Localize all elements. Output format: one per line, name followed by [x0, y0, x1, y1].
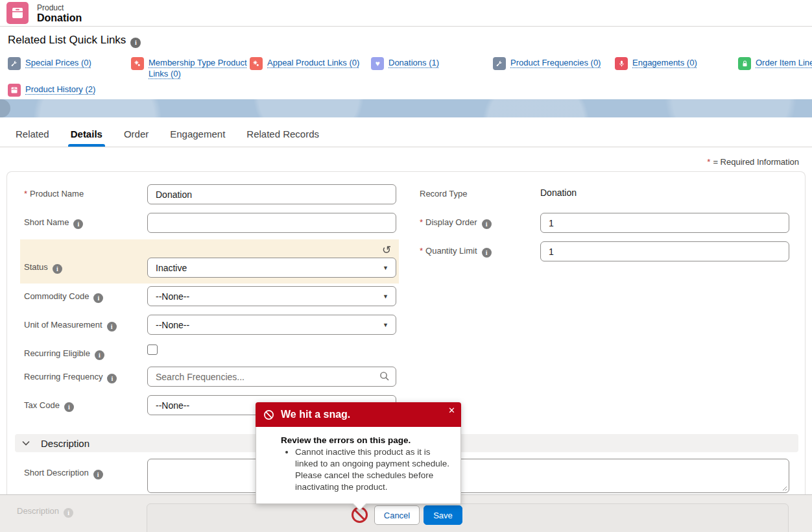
product-icon	[6, 2, 29, 24]
caret-down-icon	[383, 293, 388, 300]
unit-of-measurement-select[interactable]: --None--	[147, 315, 396, 335]
info-icon[interactable]	[95, 350, 104, 360]
appeal-product-links-link[interactable]: Appeal Product Links (0)	[267, 57, 359, 68]
commodity-code-label: Commodity Code	[24, 291, 103, 303]
product-frequencies-link[interactable]: Product Frequencies (0)	[510, 57, 601, 68]
entity-label: Product	[37, 3, 64, 12]
info-icon[interactable]	[53, 264, 62, 274]
record-tabs: Related Details Order Engagement Related…	[0, 121, 812, 147]
donations-link[interactable]: Donations (1)	[388, 57, 439, 68]
box-icon	[8, 84, 21, 97]
status-label: Status	[24, 262, 62, 274]
tab-order[interactable]: Order	[124, 121, 149, 147]
ban-icon	[263, 409, 274, 420]
short-name-input[interactable]	[147, 213, 396, 233]
unit-of-measurement-label: Unit of Measurement	[24, 320, 117, 332]
recurring-frequency-lookup	[147, 367, 396, 387]
error-popover-header: We hit a snag.	[256, 402, 461, 427]
quantity-limit-label: *Quantity Limit	[420, 246, 492, 258]
magnifier-icon[interactable]	[379, 371, 390, 384]
info-icon[interactable]	[73, 219, 83, 229]
resize-handle[interactable]	[781, 485, 787, 490]
display-order-label: *Display Order	[420, 217, 492, 229]
short-name-label: Short Name	[24, 217, 83, 229]
mic-icon	[615, 57, 628, 70]
engagements-link[interactable]: Engagements (0)	[632, 57, 697, 68]
save-button[interactable]: Save	[424, 505, 462, 525]
order-item-lines-link[interactable]: Order Item Lines	[756, 57, 812, 68]
info-icon[interactable]	[107, 322, 117, 332]
heart-icon: ♥	[371, 57, 384, 70]
band-left-cap	[0, 99, 10, 117]
decorative-band	[0, 99, 812, 117]
required-information-note: *= Required Information	[707, 157, 799, 167]
record-type-label: Record Type	[420, 189, 467, 199]
recurring-frequency-search-input[interactable]	[147, 367, 396, 387]
info-icon[interactable]	[130, 38, 141, 48]
special-prices-link[interactable]: Special Prices (0)	[25, 57, 91, 68]
product-name-label: *Product Name	[24, 189, 84, 199]
gears-icon	[250, 57, 263, 70]
quick-link-appeal-product: Appeal Product Links (0)	[250, 57, 359, 70]
cancel-button[interactable]: Cancel	[374, 505, 420, 525]
caret-down-icon	[383, 265, 388, 271]
membership-type-product-links-link[interactable]: Membership Type Product Links (0)	[149, 57, 258, 79]
box-icon-glyph	[11, 6, 24, 19]
product-name-input[interactable]	[147, 184, 396, 204]
gears-icon	[131, 57, 144, 70]
status-select[interactable]: Inactive	[147, 258, 396, 278]
quantity-limit-input[interactable]	[540, 241, 789, 261]
tab-related[interactable]: Related	[16, 121, 49, 147]
description-textarea-disabled	[147, 503, 789, 532]
short-description-textarea[interactable]	[147, 459, 789, 493]
product-record-page: Product Donation Related List Quick Link…	[0, 0, 812, 532]
error-heading: Review the errors on this page.	[281, 435, 451, 445]
caret-down-icon	[383, 322, 388, 328]
close-icon[interactable]	[448, 406, 455, 415]
info-icon[interactable]	[93, 470, 103, 479]
error-list: Cannot inactive this product as it is li…	[295, 446, 451, 493]
quick-link-donations: ♥ Donations (1)	[371, 57, 439, 70]
quick-link-membership-type: Membership Type Product Links (0)	[131, 57, 258, 79]
quick-link-product-history: Product History (2)	[8, 84, 95, 97]
required-asterisk: *	[707, 157, 710, 167]
tab-engagement[interactable]: Engagement	[170, 121, 225, 147]
tax-code-label: Tax Code	[24, 400, 74, 412]
quick-link-engagements: Engagements (0)	[615, 57, 697, 70]
wrench-icon	[8, 57, 21, 70]
wrench-icon	[493, 57, 506, 70]
error-popover-body: Review the errors on this page. Cannot i…	[256, 427, 461, 504]
recurring-eligible-label: Recurring Eligible	[24, 348, 104, 360]
recurring-frequency-label: Recurring Frequency	[24, 372, 117, 383]
description-label-faded: Description	[17, 506, 73, 518]
record-name: Donation	[37, 12, 82, 24]
quick-link-order-item-lines: Order Item Lines	[738, 57, 812, 70]
record-header: Product Donation	[0, 0, 812, 27]
info-icon[interactable]	[482, 219, 492, 229]
display-order-input[interactable]	[540, 213, 789, 233]
info-icon[interactable]	[93, 293, 103, 303]
quick-link-product-frequencies: Product Frequencies (0)	[493, 57, 601, 70]
lock-icon	[738, 57, 751, 70]
info-icon[interactable]	[64, 402, 74, 412]
quick-link-special-prices: Special Prices (0)	[8, 57, 91, 70]
description-section-label: Description	[41, 438, 90, 449]
chevron-down-icon	[21, 439, 30, 448]
commodity-code-select[interactable]: --None--	[147, 286, 396, 306]
recurring-eligible-checkbox[interactable]	[147, 345, 158, 355]
product-history-link[interactable]: Product History (2)	[25, 84, 95, 95]
tab-details[interactable]: Details	[71, 121, 102, 147]
record-type-value: Donation	[540, 187, 577, 198]
undo-icon[interactable]	[382, 243, 391, 257]
info-icon[interactable]	[107, 374, 117, 383]
error-popover-title: We hit a snag.	[281, 409, 350, 420]
error-popover: We hit a snag. Review the errors on this…	[256, 402, 461, 504]
error-item: Cannot inactive this product as it is li…	[295, 446, 449, 493]
quick-links-title: Related List Quick Links	[8, 34, 141, 48]
info-icon[interactable]	[482, 248, 492, 258]
short-description-label: Short Description	[24, 468, 103, 479]
tab-related-records[interactable]: Related Records	[246, 121, 319, 147]
info-icon	[64, 508, 73, 518]
